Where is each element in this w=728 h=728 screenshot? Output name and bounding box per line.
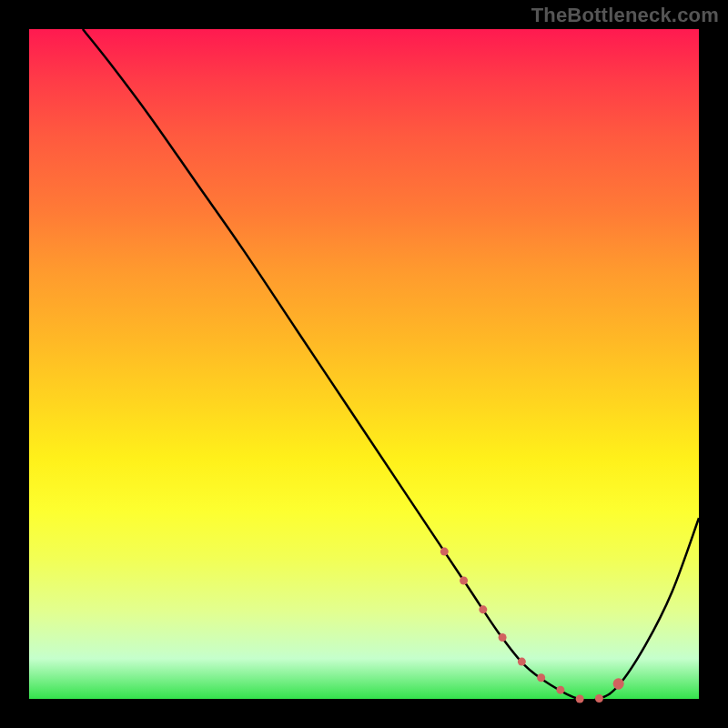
svg-point-8 (595, 694, 603, 703)
svg-point-3 (499, 633, 507, 642)
svg-point-10 (613, 678, 624, 689)
chart-svg (29, 29, 699, 699)
min-region-dots (440, 548, 622, 703)
watermark-text: TheBottleneck.com (531, 4, 719, 27)
bottleneck-curve (83, 29, 699, 701)
svg-point-0 (440, 548, 449, 556)
svg-point-6 (556, 686, 564, 694)
min-region-endpoints (613, 678, 624, 689)
svg-point-5 (537, 673, 545, 682)
svg-point-2 (479, 605, 487, 613)
svg-point-4 (518, 658, 526, 666)
chart-container: TheBottleneck.com (0, 0, 728, 728)
svg-point-7 (576, 695, 584, 703)
svg-point-1 (460, 576, 468, 584)
